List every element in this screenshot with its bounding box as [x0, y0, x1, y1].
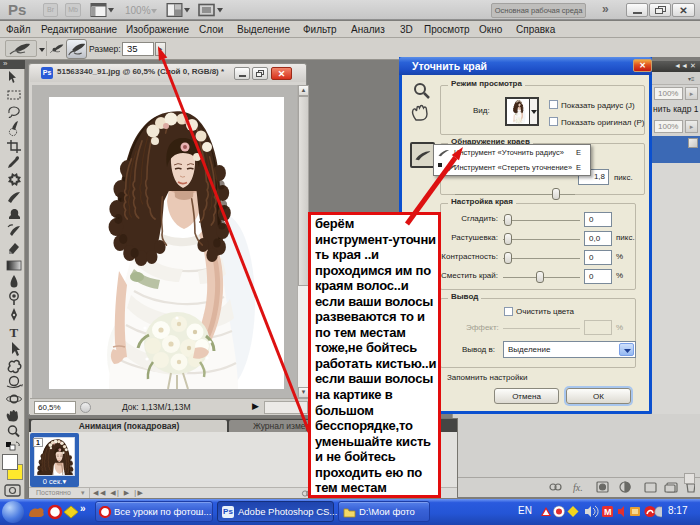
svg-text:fx.: fx.: [573, 482, 583, 493]
svg-text:T: T: [10, 325, 19, 340]
svg-text:M: M: [604, 507, 612, 517]
